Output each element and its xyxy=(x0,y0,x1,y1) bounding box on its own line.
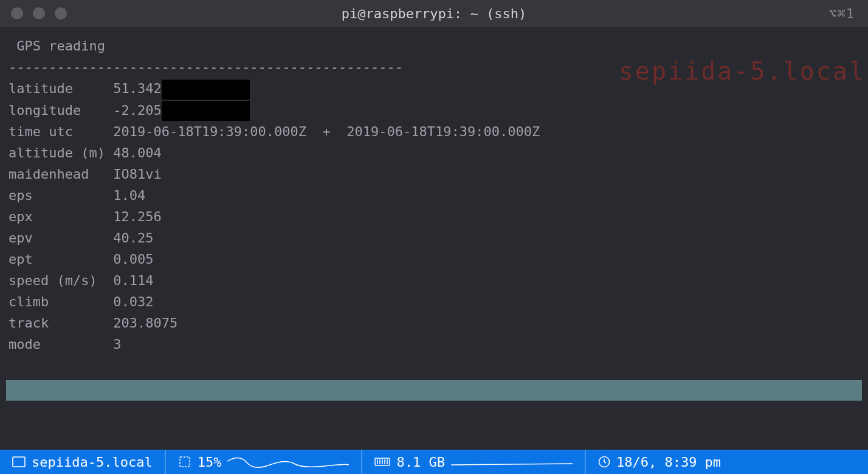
status-memory-text: 8.1 GB xyxy=(396,455,444,470)
gps-label: eps xyxy=(9,185,113,206)
gps-label: track xyxy=(9,312,113,334)
window-zoom-button[interactable] xyxy=(55,7,67,19)
gps-row: mode 3 xyxy=(9,334,859,355)
gps-row: eps 1.04 xyxy=(9,185,859,206)
gps-label: epv xyxy=(9,227,113,249)
status-host[interactable]: sepiida-5.local xyxy=(0,450,165,474)
gps-label: altitude (m) xyxy=(9,142,113,163)
gps-value: 3 xyxy=(113,337,121,352)
gps-row: altitude (m) 48.004 xyxy=(9,142,859,163)
window-minimize-button[interactable] xyxy=(33,7,45,19)
gps-value: 0.114 xyxy=(113,273,153,288)
status-clock[interactable]: 18/6, 8:39 pm xyxy=(586,450,733,474)
status-cpu[interactable]: 15% xyxy=(166,450,362,474)
corner-shortcut-text: ⌥⌘1 xyxy=(828,6,855,21)
gps-value: 2019-06-18T19:39:00.000Z + 2019-06-18T19… xyxy=(113,124,540,139)
prompt-cursor-line[interactable] xyxy=(6,380,862,401)
gps-label: longitude xyxy=(9,100,113,121)
cpu-icon xyxy=(178,455,191,469)
gps-value: 40.25 xyxy=(113,230,153,246)
gps-row: latitude 51.342 xyxy=(9,78,859,100)
redacted-block xyxy=(162,80,250,100)
gps-value: 12.256 xyxy=(113,209,161,224)
svg-rect-1 xyxy=(180,457,190,467)
terminal-icon xyxy=(12,456,26,467)
gps-divider: ----------------------------------------… xyxy=(9,57,859,78)
gps-label: time utc xyxy=(9,121,113,142)
gps-value: -2.205 xyxy=(113,103,161,118)
gps-row: epx 12.256 xyxy=(9,206,859,227)
gps-label: ept xyxy=(9,249,113,270)
status-memory[interactable]: 8.1 GB xyxy=(362,450,584,474)
memory-icon xyxy=(374,456,390,467)
status-clock-text: 18/6, 8:39 pm xyxy=(616,455,721,470)
gps-value: 0.005 xyxy=(113,252,153,267)
cpu-sparkline xyxy=(227,453,349,471)
gps-label: latitude xyxy=(9,78,113,99)
gps-value: 51.342 xyxy=(113,81,161,96)
gps-row: time utc 2019-06-18T19:39:00.000Z + 2019… xyxy=(9,121,859,142)
status-host-text: sepiida-5.local xyxy=(32,455,153,470)
gps-row: climb 0.032 xyxy=(9,291,859,312)
gps-row: track 203.8075 xyxy=(9,312,859,334)
statusbar: sepiida-5.local 15% xyxy=(0,450,868,474)
terminal-window: pi@raspberrypi: ~ (ssh) ⌥⌘1 sepiida-5.lo… xyxy=(0,0,868,474)
gps-label: climb xyxy=(9,291,113,312)
window-close-button[interactable] xyxy=(11,7,23,19)
gps-value: 1.04 xyxy=(113,188,145,203)
gps-label: maidenhead xyxy=(9,163,113,185)
gps-heading: GPS reading xyxy=(9,35,859,57)
titlebar: pi@raspberrypi: ~ (ssh) ⌥⌘1 xyxy=(0,0,868,27)
clock-icon xyxy=(598,456,610,468)
status-cpu-text: 15% xyxy=(198,455,222,470)
gps-label: mode xyxy=(9,334,113,355)
window-title: pi@raspberrypi: ~ (ssh) xyxy=(0,6,868,21)
gps-value: 0.032 xyxy=(113,294,153,309)
gps-label: epx xyxy=(9,206,113,227)
terminal-output[interactable]: GPS reading ----------------------------… xyxy=(0,27,868,355)
window-controls xyxy=(11,7,67,19)
gps-label: speed (m/s) xyxy=(9,270,113,291)
gps-value: IO81vi xyxy=(113,167,161,182)
gps-row: maidenhead IO81vi xyxy=(9,163,859,185)
gps-row: epv 40.25 xyxy=(9,227,859,249)
gps-value: 203.8075 xyxy=(113,315,177,331)
gps-row: longitude -2.205 xyxy=(9,100,859,122)
svg-rect-0 xyxy=(13,457,25,467)
memory-sparkline xyxy=(451,453,573,471)
gps-value: 48.004 xyxy=(113,145,161,160)
gps-row: ept 0.005 xyxy=(9,249,859,270)
gps-row: speed (m/s) 0.114 xyxy=(9,270,859,291)
corner-shortcut-hint: ⌥⌘1 xyxy=(828,0,855,27)
redacted-block xyxy=(162,101,250,121)
